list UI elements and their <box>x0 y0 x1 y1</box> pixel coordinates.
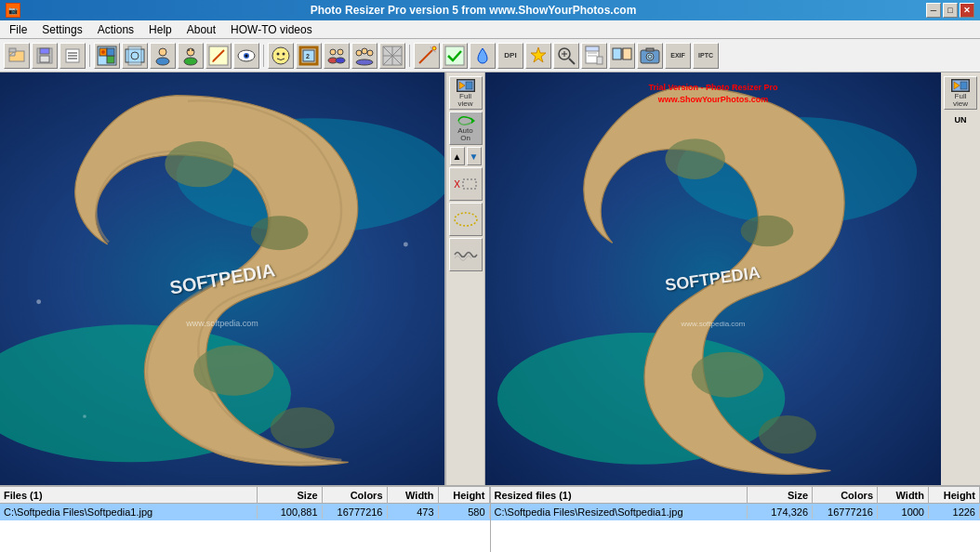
full-view-icon <box>457 79 475 92</box>
toolbar-star-btn[interactable] <box>525 43 551 69</box>
full-view-button[interactable]: Fullview <box>449 76 483 110</box>
right-file-pane: Resized files (1) Size Colors Width Heig… <box>491 487 981 552</box>
right-file-height: 1226 <box>929 506 980 519</box>
right-file-size: 174,326 <box>748 506 813 519</box>
svg-rect-2 <box>9 48 16 52</box>
svg-point-38 <box>338 49 343 55</box>
menu-file[interactable]: File <box>2 20 34 38</box>
svg-point-80 <box>83 414 86 418</box>
toolbar-exif-btn[interactable]: EXIF <box>665 43 691 69</box>
full-view-label: Fullview <box>457 93 472 108</box>
svg-point-23 <box>192 49 193 51</box>
svg-rect-84 <box>463 179 476 189</box>
window-controls: ─ □ ✕ <box>926 3 974 18</box>
right-name-header: Resized files (1) <box>491 487 748 503</box>
toolbar-multi-person-btn[interactable] <box>324 43 350 69</box>
svg-point-19 <box>156 58 169 65</box>
toolbar-person1-btn[interactable] <box>150 43 176 69</box>
left-file-header: Files (1) Size Colors Width Height <box>0 487 490 504</box>
svg-rect-5 <box>40 56 49 62</box>
svg-point-85 <box>455 213 477 226</box>
toolbar-wand-btn[interactable] <box>414 43 440 69</box>
svg-point-36 <box>330 49 336 55</box>
menu-settings[interactable]: Settings <box>34 20 89 38</box>
left-size-header: Size <box>258 487 323 503</box>
svg-point-18 <box>159 48 166 56</box>
svg-rect-13 <box>107 48 114 56</box>
left-file-row[interactable]: C:\Softpedia Files\Softpedia1.jpg 100,88… <box>0 504 490 520</box>
svg-point-14 <box>101 50 105 54</box>
svg-line-49 <box>419 48 434 63</box>
menu-help[interactable]: Help <box>141 20 179 38</box>
menu-actions[interactable]: Actions <box>90 20 141 38</box>
svg-point-78 <box>36 299 41 304</box>
svg-point-42 <box>367 50 373 56</box>
svg-point-79 <box>404 243 408 247</box>
toolbar-open-btn[interactable] <box>4 43 30 69</box>
watermark-line1: Trial Version - Photo Resizer Pro <box>497 82 930 94</box>
right-file-row[interactable]: C:\Softpedia Files\Resized\Softpedia1.jp… <box>491 504 981 520</box>
toolbar-frame-btn[interactable]: 2 <box>296 43 322 69</box>
left-width-header: Width <box>388 487 439 503</box>
left-file-colors: 16777216 <box>323 506 388 519</box>
svg-marker-54 <box>531 47 546 62</box>
left-file-name: C:\Softpedia Files\Softpedia1.jpg <box>0 506 258 519</box>
middle-toolbar: Fullview AutoOn ▲ ▼ X <box>446 72 485 485</box>
svg-point-20 <box>187 48 194 56</box>
arrow-down-button[interactable]: ▼ <box>467 147 482 165</box>
toolbar-magnify-btn[interactable] <box>553 43 579 69</box>
svg-line-56 <box>569 59 575 64</box>
toolbar-water-btn[interactable] <box>470 43 496 69</box>
svg-rect-94 <box>960 82 967 89</box>
toolbar-page-btn[interactable] <box>581 43 607 69</box>
file-list-area: Files (1) Size Colors Width Height C:\So… <box>0 485 980 552</box>
svg-point-75 <box>251 216 309 250</box>
toolbar-pencil-btn[interactable] <box>205 43 232 69</box>
toolbar-photo2-btn[interactable] <box>122 43 148 69</box>
toolbar-face-btn[interactable] <box>268 43 294 69</box>
menu-howto[interactable]: HOW-TO videos <box>223 20 320 38</box>
maximize-button[interactable]: □ <box>943 3 958 18</box>
auto-on-button[interactable]: AutoOn <box>449 112 483 145</box>
right-file-name: C:\Softpedia Files\Resized\Softpedia1.jp… <box>491 506 748 519</box>
wave-effect-button[interactable] <box>449 238 483 271</box>
svg-point-77 <box>271 407 335 448</box>
right-watermark-overlay: Trial Version - Photo Resizer Pro www.Sh… <box>497 82 930 105</box>
svg-text:2: 2 <box>306 53 310 59</box>
right-file-colors: 16777216 <box>813 506 878 519</box>
toolbar-eye-btn[interactable] <box>233 43 259 69</box>
right-colors-header: Colors <box>813 487 878 503</box>
toolbar-photo1-btn[interactable] <box>94 43 120 69</box>
menu-about[interactable]: About <box>179 20 223 38</box>
toolbar-check-btn[interactable] <box>442 43 468 69</box>
wave-icon <box>453 245 479 264</box>
svg-point-40 <box>356 50 362 56</box>
close-button[interactable]: ✕ <box>960 3 974 18</box>
svg-point-41 <box>362 48 367 54</box>
right-full-view-icon <box>951 79 970 92</box>
toolbar-funky-btn[interactable] <box>379 43 405 69</box>
toolbar-iptc-btn[interactable]: IPTC <box>693 43 719 69</box>
toolbar-compare-btn[interactable] <box>609 43 635 69</box>
selection-icon <box>462 178 477 190</box>
minimize-button[interactable]: ─ <box>926 3 941 18</box>
toolbar-group-btn[interactable] <box>351 43 377 69</box>
toolbar-properties-btn[interactable] <box>60 43 86 69</box>
remove-selection-button[interactable]: X <box>449 167 483 201</box>
svg-rect-82 <box>466 82 472 89</box>
oval-selection-button[interactable] <box>449 203 483 236</box>
left-photo-bg: SOFTPEDIA www.softpedia.com <box>0 72 444 485</box>
left-name-header: Files (1) <box>0 487 258 503</box>
arrow-up-button[interactable]: ▲ <box>450 147 465 165</box>
svg-point-92 <box>759 415 816 453</box>
toolbar-camera-btn[interactable] <box>637 43 663 69</box>
toolbar-save-btn[interactable] <box>32 43 58 69</box>
svg-point-68 <box>646 53 654 60</box>
left-photo-panel: SOFTPEDIA www.softpedia.com <box>0 72 446 485</box>
menu-bar: File Settings Actions Help About HOW-TO … <box>0 20 980 39</box>
toolbar-person2-btn[interactable] <box>178 43 204 69</box>
right-width-header: Width <box>878 487 929 503</box>
right-full-view-button[interactable]: Fullview <box>944 76 977 110</box>
toolbar-dpi-btn[interactable]: DPI <box>497 43 523 69</box>
svg-point-76 <box>193 346 273 396</box>
